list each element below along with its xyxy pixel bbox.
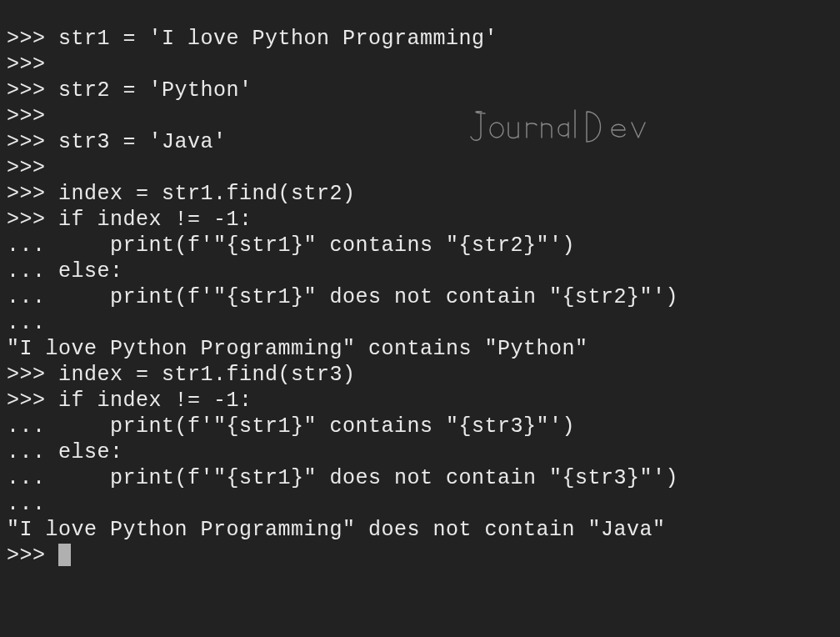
- repl-line: ...: [7, 492, 58, 516]
- repl-line: ...: [7, 311, 58, 335]
- repl-line: ... print(f'"{str1}" contains "{str2}"'): [7, 233, 575, 258]
- repl-line: ... else:: [7, 440, 123, 464]
- repl-line: >>> index = str1.find(str2): [7, 182, 356, 206]
- repl-prompt: >>>: [7, 544, 58, 568]
- repl-line: >>>: [7, 104, 58, 128]
- repl-line: >>> str2 = 'Python': [7, 78, 252, 103]
- repl-line: >>> if index != -1:: [7, 389, 252, 413]
- repl-line: >>>: [7, 53, 58, 77]
- repl-line: ... else:: [7, 259, 123, 283]
- repl-line: >>> if index != -1:: [7, 208, 252, 232]
- repl-line: >>>: [7, 156, 58, 180]
- repl-line: ... print(f'"{str1}" does not contain "{…: [7, 466, 678, 490]
- repl-line: ... print(f'"{str1}" does not contain "{…: [7, 285, 678, 309]
- repl-line: >>> str3 = 'Java': [7, 130, 227, 154]
- repl-line: ... print(f'"{str1}" contains "{str3}"'): [7, 414, 575, 439]
- cursor: [58, 544, 71, 566]
- repl-line: >>> str1 = 'I love Python Programming': [7, 27, 498, 51]
- python-repl[interactable]: >>> str1 = 'I love Python Programming' >…: [0, 0, 840, 569]
- repl-line: >>> index = str1.find(str3): [7, 363, 356, 387]
- repl-line: "I love Python Programming" does not con…: [7, 518, 666, 542]
- repl-line: "I love Python Programming" contains "Py…: [7, 337, 588, 361]
